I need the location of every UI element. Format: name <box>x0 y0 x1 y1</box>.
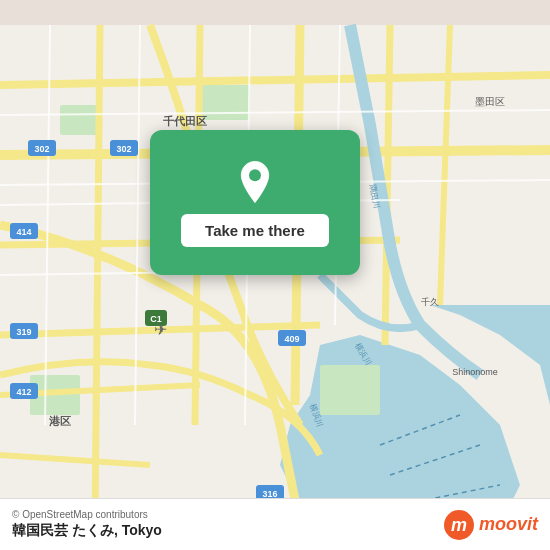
bottom-bar: © OpenStreetMap contributors 韓国民芸 たくみ, T… <box>0 498 550 550</box>
map-container: 302 302 414 412 319 316 409 20 C1 千代田区 港… <box>0 0 550 550</box>
svg-text:409: 409 <box>284 334 299 344</box>
svg-text:✈: ✈ <box>154 321 167 338</box>
svg-text:319: 319 <box>16 327 31 337</box>
svg-rect-5 <box>320 365 380 415</box>
take-me-there-button[interactable]: Take me there <box>181 214 329 247</box>
svg-line-13 <box>95 25 100 525</box>
copyright-text: © OpenStreetMap contributors <box>12 509 162 520</box>
svg-text:墨田区: 墨田区 <box>475 96 505 107</box>
svg-text:m: m <box>451 515 467 535</box>
svg-text:千久: 千久 <box>421 297 439 307</box>
svg-text:Shinonome: Shinonome <box>452 367 498 377</box>
moovit-m-icon: m <box>443 509 475 541</box>
moovit-logo: m moovit <box>443 509 538 541</box>
svg-text:412: 412 <box>16 387 31 397</box>
svg-rect-4 <box>200 85 250 120</box>
svg-text:302: 302 <box>34 144 49 154</box>
svg-text:港区: 港区 <box>49 415 71 427</box>
place-title: 韓国民芸 たくみ, Tokyo <box>12 522 162 540</box>
location-pin-icon <box>231 158 279 206</box>
moovit-brand-text: moovit <box>479 514 538 535</box>
map-background: 302 302 414 412 319 316 409 20 C1 千代田区 港… <box>0 0 550 550</box>
svg-rect-3 <box>60 105 100 135</box>
svg-text:414: 414 <box>16 227 31 237</box>
action-card: Take me there <box>150 130 360 275</box>
svg-point-56 <box>249 169 261 181</box>
svg-text:302: 302 <box>116 144 131 154</box>
bottom-info: © OpenStreetMap contributors 韓国民芸 たくみ, T… <box>12 509 162 540</box>
svg-text:千代田区: 千代田区 <box>163 115 207 127</box>
